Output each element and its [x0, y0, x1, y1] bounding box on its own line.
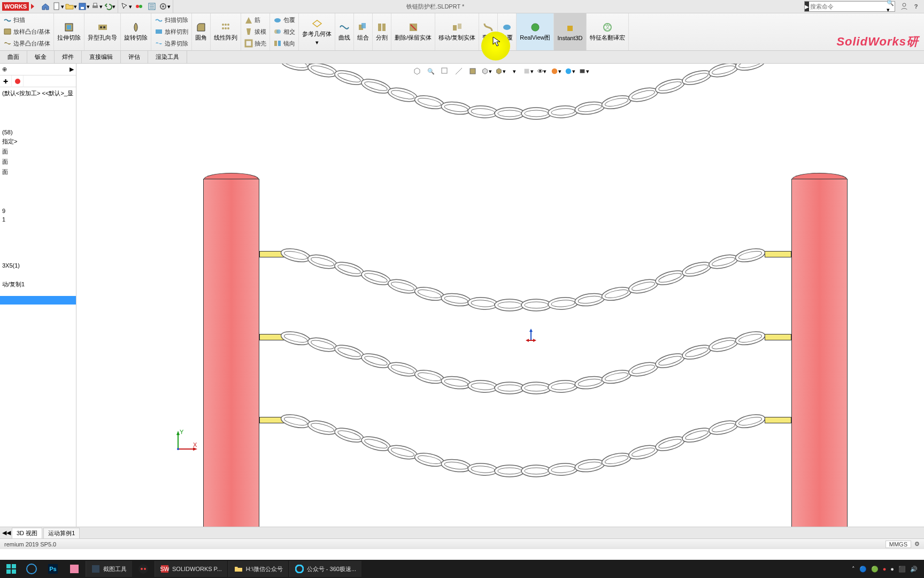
tab-nav-prev-icon[interactable]: ◀◀	[2, 529, 11, 536]
panel-collapse-icon[interactable]: ▶	[70, 66, 74, 73]
save-icon[interactable]: ▾	[78, 1, 90, 12]
ribbon-fillet[interactable]: 圆角	[192, 13, 211, 50]
select-cursor-icon[interactable]: ▾	[120, 1, 132, 12]
eye-icon[interactable]: 👁▾	[537, 66, 548, 77]
unit-system[interactable]: MMGS	[886, 541, 911, 548]
stoplight-icon[interactable]	[133, 1, 145, 12]
previous-view-icon[interactable]	[453, 66, 464, 77]
appearance-icon[interactable]: ▾	[551, 66, 561, 77]
status-gear-icon[interactable]: ⚙	[914, 541, 920, 547]
bottom-tab-motion[interactable]: 运动算例1	[43, 528, 80, 538]
view-orientation-icon[interactable]	[412, 66, 422, 77]
settings-gear-icon[interactable]: ▾	[159, 1, 171, 12]
command-search[interactable]: ▶ 🔍▾	[804, 1, 895, 12]
search-input[interactable]	[809, 3, 885, 10]
shadows-icon[interactable]: ▾	[523, 66, 534, 77]
ribbon-reference-geometry[interactable]: 参考几何体▾	[299, 13, 335, 50]
tree-item[interactable]: (58)	[0, 128, 76, 136]
search-dropdown-icon[interactable]: 🔍▾	[885, 0, 896, 13]
ribbon-draft[interactable]: 拔模	[243, 27, 267, 36]
zoom-fit-icon[interactable]: 🔍	[426, 66, 436, 77]
ribbon-shell[interactable]: 抽壳	[243, 39, 267, 48]
ribbon-mirror[interactable]: 镜向	[272, 39, 296, 48]
tray-icon[interactable]: 🔵	[859, 566, 867, 573]
tab-sheetmetal[interactable]: 钣金	[27, 51, 55, 63]
tray-up-icon[interactable]: ˄	[852, 566, 855, 573]
tab-direct-edit[interactable]: 直接编辑	[82, 51, 121, 63]
tab-evaluate[interactable]: 评估	[121, 51, 148, 63]
display-style-icon[interactable]: ▾	[495, 66, 506, 77]
ribbon-linear-pattern[interactable]: 线性阵列	[211, 13, 241, 50]
svg-point-21	[225, 24, 227, 26]
svg-text:Ps: Ps	[49, 566, 56, 572]
tray-rec-icon[interactable]: ●	[883, 566, 887, 572]
taskbar-browser-icon[interactable]	[21, 561, 42, 577]
ribbon-wrap[interactable]: 包覆	[272, 16, 296, 25]
new-doc-icon[interactable]: ▾	[52, 1, 64, 12]
tab-render-tools[interactable]: 渲染工具	[148, 51, 187, 63]
render-settings-icon[interactable]: ▾	[579, 66, 589, 77]
tray-icon[interactable]: ⬛	[898, 566, 906, 573]
ribbon-delete-keep-body[interactable]: 删除/保留实体	[391, 13, 435, 50]
ribbon-move-copy-body[interactable]: 移动/复制实体	[435, 13, 479, 50]
ribbon-instant3d[interactable]: Instant3D	[554, 13, 586, 50]
ribbon-hole-wizard[interactable]: 异型孔向导	[84, 13, 121, 50]
taskbar-photoshop-icon[interactable]: Ps	[43, 561, 63, 577]
panel-tab-crosshair-icon[interactable]: ✚	[0, 75, 12, 87]
graphics-viewport[interactable]: 🔍 ▾ ▾ ▾ ▾ 👁▾ ▾ ▾ ▾	[76, 64, 924, 527]
tree-item[interactable]: 面	[0, 167, 76, 177]
tree-item[interactable]: 指定>	[0, 136, 76, 147]
ribbon-boundary-boss[interactable]: 边界凸台/基体	[2, 39, 51, 48]
tab-surface[interactable]: 曲面	[0, 51, 27, 63]
taskbar-app-icon[interactable]	[133, 561, 153, 577]
hide-show-icon[interactable]: ▾	[509, 66, 520, 77]
ribbon-realview[interactable]: RealView图	[517, 13, 554, 50]
open-icon[interactable]: ▾	[65, 1, 77, 12]
ribbon-revolve-cut[interactable]: 旋转切除	[121, 13, 151, 50]
ribbon-combine[interactable]: 组合	[354, 13, 373, 50]
tray-icon[interactable]: 🟢	[871, 566, 879, 573]
ribbon-curves[interactable]: 曲线	[335, 13, 354, 50]
tree-root[interactable]: (默认<按加工> <<默认>_显	[0, 88, 76, 98]
tree-item[interactable]: 面	[0, 147, 76, 157]
ribbon-loft-cut[interactable]: 放样切割	[153, 27, 189, 36]
taskbar-task-screenshot[interactable]: 截图工具	[86, 561, 132, 577]
taskbar-gallery-icon[interactable]	[64, 561, 84, 577]
system-tray[interactable]: ˄ 🔵 🟢 ● ● ⬛ 🔊	[848, 566, 922, 573]
tray-icon[interactable]: ●	[890, 566, 894, 572]
ribbon-loft-boss[interactable]: 放样凸台/基体	[2, 27, 51, 36]
ribbon-extrude-cut[interactable]: 拉伸切除	[54, 13, 84, 50]
scene-icon[interactable]: ▾	[565, 66, 575, 77]
tray-volume-icon[interactable]: 🔊	[910, 566, 918, 573]
help-icon[interactable]: ?	[910, 1, 922, 12]
start-button[interactable]	[2, 561, 20, 577]
ribbon-feature-translate[interactable]: 文特征名翻译宏	[587, 13, 629, 50]
ribbon-intersect[interactable]: 相交	[272, 27, 296, 36]
home-icon[interactable]	[40, 1, 51, 12]
view-cube-icon[interactable]: ▾	[481, 66, 492, 77]
tree-item[interactable]: 3X5(1)	[0, 261, 76, 270]
taskbar-task-solidworks[interactable]: SWSOLIDWORKS P...	[155, 561, 227, 577]
print-icon[interactable]: ▾	[91, 1, 103, 12]
options-list-icon[interactable]	[146, 1, 158, 12]
panel-tab-appearance-icon[interactable]	[12, 75, 24, 87]
ribbon-rib[interactable]: 筋	[243, 16, 267, 25]
ribbon-sweep[interactable]: 扫描	[2, 16, 51, 25]
tab-weldment[interactable]: 焊件	[55, 51, 82, 63]
tree-item[interactable]: 动/复制1	[0, 279, 76, 290]
tree-item[interactable]: 9	[0, 207, 76, 215]
tree-item[interactable]: 1	[0, 215, 76, 224]
zoom-area-icon[interactable]	[440, 66, 450, 77]
tree-item[interactable]: 面	[0, 157, 76, 167]
user-icon[interactable]	[898, 1, 910, 12]
taskbar-task-360browser[interactable]: 公众号 - 360极速...	[289, 561, 361, 577]
ribbon-sweep-cut[interactable]: 扫描切除	[153, 16, 189, 25]
taskbar-task-folder[interactable]: H:\微信公众号	[228, 561, 288, 577]
undo-icon[interactable]: ▾	[104, 1, 116, 12]
ribbon-boundary-cut[interactable]: 边界切除	[153, 39, 189, 48]
bottom-tab-3dview[interactable]: 3D 视图	[12, 528, 42, 538]
panel-expand-icon[interactable]: ⊕	[2, 66, 7, 73]
ribbon-split[interactable]: 分割	[373, 13, 391, 50]
tree-item-selected[interactable]	[0, 296, 76, 305]
section-view-icon[interactable]	[467, 66, 478, 77]
